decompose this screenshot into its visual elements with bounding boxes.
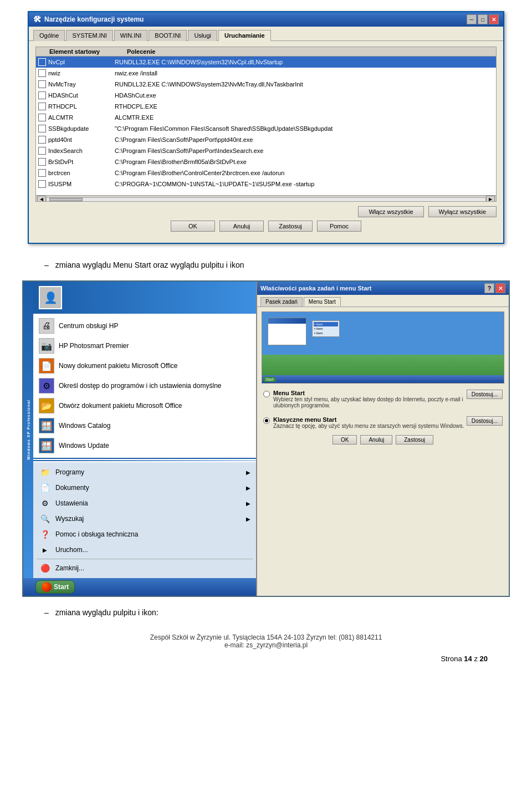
access-label: Określ dostęp do programów i ich ustawie… (59, 382, 221, 390)
dialog-bottom-buttons: OK Anuluj Zastosuj Pomoc (35, 221, 497, 237)
section1-label: zmiana wyglądu Menu Start oraz wyglądu p… (55, 260, 244, 269)
table-row[interactable]: ISUSPM C:\PROGRA~1\COMMON~1\INSTAL~1\UPD… (36, 178, 496, 190)
row-checkbox[interactable] (38, 136, 46, 144)
table-row[interactable]: RTHDCPL RTHDCPL.EXE (36, 101, 496, 112)
start-item-wyszukaj[interactable]: 🔍 Wyszukaj ▶ (33, 511, 256, 527)
row-command: HDAShCut.exe (115, 92, 494, 99)
start-item-ustawienia[interactable]: ⚙ Ustawienia ▶ (33, 495, 256, 511)
arrow-icon-4: ▶ (246, 516, 250, 522)
preview-image: Start ▪ Item ▪ Item ▪ Item (262, 311, 504, 384)
table-row[interactable]: nwiz nwiz.exe /install (36, 68, 496, 79)
table-row[interactable]: NvMcTray RUNDLL32.EXE C:\WINDOWS\system3… (36, 79, 496, 90)
radio-menu-start[interactable] (263, 391, 270, 397)
row-command: C:\Program Files\Brother\ControlCenter2\… (115, 170, 494, 176)
scrollbar-thumb[interactable] (49, 198, 83, 201)
tab-menu-start[interactable]: Menu Start (304, 297, 341, 307)
start-item-access[interactable]: ⚙ Określ dostęp do programów i ich ustaw… (33, 376, 256, 396)
row-element-name: HDAShCut (48, 92, 115, 99)
props-ok-button[interactable]: OK (332, 435, 357, 445)
ustawienia-icon: ⚙ (39, 497, 51, 509)
section1-text: – zmiana wyglądu Menu Start oraz wyglądu… (44, 260, 488, 269)
tab-boot-ini[interactable]: BOOT.INI (149, 30, 187, 41)
scrollbar-track[interactable] (46, 197, 486, 202)
apply-button[interactable]: Zastosuj (268, 221, 313, 232)
scroll-left-arrow[interactable]: ◀ (37, 196, 46, 202)
access-icon: ⚙ (39, 378, 54, 394)
table-row[interactable]: brctrcen C:\Program Files\Brother\Contro… (36, 167, 496, 178)
dostosuj-menu-start-button[interactable]: Dostosuj... (467, 390, 503, 399)
row-checkbox[interactable] (38, 103, 46, 110)
ok-button[interactable]: OK (171, 221, 215, 232)
row-command: C:\PROGRA~1\COMMON~1\INSTAL~1\UPDATE~1\I… (115, 181, 494, 187)
row-checkbox[interactable] (38, 169, 46, 177)
radio-klasyczne[interactable] (263, 417, 270, 424)
startup-table: Element startowy Polecenie NvCpl RUNDLL3… (35, 47, 497, 202)
xp-sidebar-label: Windows XP Professional (27, 400, 30, 460)
start-item-windows-catalog[interactable]: 🪟 Windows Catalog (33, 416, 256, 436)
tab-uslugi[interactable]: Usługi (188, 30, 217, 41)
row-checkbox[interactable] (38, 180, 46, 188)
horizontal-scrollbar[interactable]: ◀ ▶ (36, 195, 496, 202)
pomoc-icon: ❓ (39, 528, 51, 540)
table-row[interactable]: NvCpl RUNDLL32.EXE C:\WINDOWS\system32\N… (36, 57, 496, 68)
props-question-button[interactable]: ? (484, 283, 494, 293)
close-button[interactable]: ✕ (489, 14, 499, 24)
tab-pasek-zadan[interactable]: Pasek zadań (260, 297, 303, 307)
maximize-button[interactable]: □ (478, 14, 488, 24)
table-row[interactable]: BrStDvPt C:\Program Files\Brother\Brmfl0… (36, 156, 496, 167)
start-item-programy[interactable]: 📁 Programy ▶ (33, 464, 256, 480)
start-item-pomoc[interactable]: ❓ Pomoc i obsługa techniczna (33, 527, 256, 542)
start-menu-content: 👤 🖨 Centrum obsługi HP 📷 HP Photosmart P… (33, 282, 256, 578)
footer: Zespół Szkół w Żyrzynie ul. Tysiąclecia … (22, 634, 510, 649)
start-item-office-open[interactable]: 📂 Otwórz dokument pakietu Microsoft Offi… (33, 396, 256, 416)
start-item-windows-update[interactable]: 🪟 Windows Update (33, 436, 256, 456)
start-item-zamknij[interactable]: 🔴 Zamknij... (33, 560, 256, 576)
radio-menu-start-title: Menu Start (273, 390, 464, 396)
table-row[interactable]: HDAShCut HDAShCut.exe (36, 90, 496, 101)
enable-all-button[interactable]: Włącz wszystkie (358, 206, 423, 217)
tab-ogolne[interactable]: Ogólne (33, 30, 65, 41)
row-element-name: BrStDvPt (48, 159, 115, 165)
table-rows: NvCpl RUNDLL32.EXE C:\WINDOWS\system32\N… (36, 57, 496, 195)
props-apply-button[interactable]: Zastosuj (396, 435, 433, 445)
photosmart-label: HP Photosmart Premier (59, 342, 129, 350)
table-row[interactable]: pptd40nt C:\Program Files\ScanSoft\Paper… (36, 134, 496, 145)
tab-system-ini[interactable]: SYSTEM.INI (66, 30, 112, 41)
table-row[interactable]: ALCMTR ALCMTR.EXE (36, 112, 496, 123)
row-checkbox[interactable] (38, 114, 46, 121)
table-row[interactable]: SSBkgdupdate "C:\Program Files\Common Fi… (36, 123, 496, 134)
row-checkbox[interactable] (38, 158, 46, 166)
table-row[interactable]: IndexSearch C:\Program Files\ScanSoft\Pa… (36, 145, 496, 156)
table-header: Element startowy Polecenie (36, 47, 496, 57)
dash-icon-2: – (44, 608, 49, 617)
footer-email: e-mail: zs_zyrzyn@interia.pl (22, 641, 510, 649)
dostosuj-klasyczne-button[interactable]: Dostosuj... (467, 416, 503, 426)
start-item-office-new[interactable]: 📄 Nowy dokument pakietu Microsoft Office (33, 356, 256, 376)
tab-win-ini[interactable]: WIN.INI (114, 30, 148, 41)
help-button[interactable]: Pomoc (317, 221, 361, 232)
row-checkbox[interactable] (38, 69, 46, 77)
start-item-centrum[interactable]: 🖨 Centrum obsługi HP (33, 316, 256, 336)
scroll-right-arrow[interactable]: ▶ (486, 196, 495, 202)
row-element-name: pptd40nt (48, 136, 115, 143)
row-checkbox[interactable] (38, 125, 46, 132)
start-item-uruchom[interactable]: ▶ Uruchom... (33, 542, 256, 558)
tab-uruchamianie[interactable]: Uruchamianie (218, 30, 271, 41)
start-button[interactable]: Start (35, 580, 75, 594)
start-item-dokumenty[interactable]: 📄 Dokumenty ▶ (33, 480, 256, 495)
props-cancel-button[interactable]: Anuluj (360, 435, 392, 445)
row-checkbox[interactable] (38, 147, 46, 155)
minimize-button[interactable]: ─ (467, 14, 477, 24)
preview-taskbar: Start (262, 375, 504, 383)
programy-label: Programy (55, 468, 84, 476)
props-close-button[interactable]: ✕ (495, 283, 505, 293)
cancel-button[interactable]: Anuluj (219, 221, 264, 232)
start-item-photosmart[interactable]: 📷 HP Photosmart Premier (33, 336, 256, 356)
wyszukaj-icon: 🔍 (39, 513, 51, 525)
disable-all-button[interactable]: Wyłącz wszystkie (428, 206, 497, 217)
properties-dialog: Właściwości paska zadań i menu Start ? ✕… (256, 282, 509, 596)
office-open-icon: 📂 (39, 398, 54, 413)
row-checkbox[interactable] (38, 80, 46, 88)
row-checkbox[interactable] (38, 58, 46, 66)
row-checkbox[interactable] (38, 91, 46, 99)
